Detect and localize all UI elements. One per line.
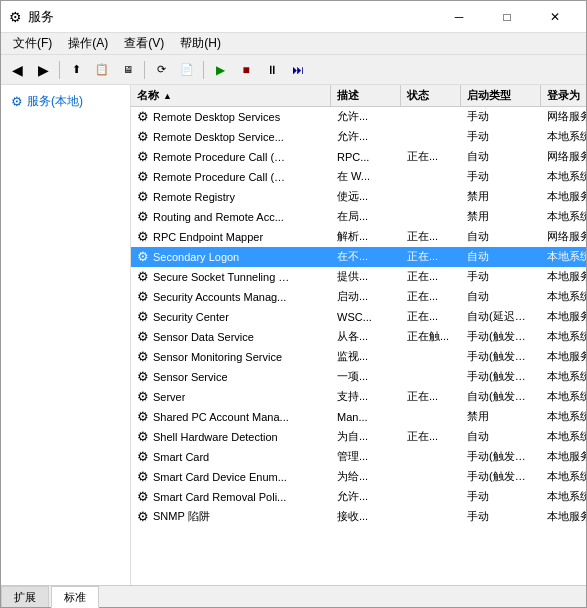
list-row[interactable]: ⚙Remote Desktop Services允许...手动网络服务 bbox=[131, 107, 586, 127]
service-startup-cell: 手动(触发… bbox=[461, 447, 541, 466]
show-hide-button[interactable]: 📋 bbox=[90, 58, 114, 82]
service-startup-cell: 自动 bbox=[461, 147, 541, 166]
list-row[interactable]: ⚙Server支持...正在...自动(触发…本地系统 bbox=[131, 387, 586, 407]
back-button[interactable]: ◀ bbox=[5, 58, 29, 82]
list-row[interactable]: ⚙Sensor Service一项...手动(触发…本地系统 bbox=[131, 367, 586, 387]
service-desc-cell: 监视... bbox=[331, 347, 401, 366]
service-list[interactable]: ⚙Remote Desktop Services允许...手动网络服务⚙Remo… bbox=[131, 107, 586, 585]
service-desc-cell: 一项... bbox=[331, 367, 401, 386]
list-row[interactable]: ⚙Remote Registry使远...禁用本地服务 bbox=[131, 187, 586, 207]
up-button[interactable]: ⬆ bbox=[64, 58, 88, 82]
service-logon-cell: 本地系统 bbox=[541, 207, 586, 226]
minimize-button[interactable]: ─ bbox=[436, 5, 482, 29]
menu-file[interactable]: 文件(F) bbox=[5, 35, 60, 52]
list-row[interactable]: ⚙Smart Card Device Enum...为给...手动(触发…本地系… bbox=[131, 467, 586, 487]
service-startup-cell: 禁用 bbox=[461, 207, 541, 226]
toolbar-separator-1 bbox=[59, 61, 60, 79]
service-status-cell bbox=[401, 187, 461, 206]
list-row[interactable]: ⚙Security CenterWSC...正在...自动(延迟…本地服务 bbox=[131, 307, 586, 327]
service-status-cell bbox=[401, 487, 461, 506]
service-startup-cell: 手动 bbox=[461, 167, 541, 186]
list-row[interactable]: ⚙Routing and Remote Acc...在局...禁用本地系统 bbox=[131, 207, 586, 227]
service-desc-cell: 接收... bbox=[331, 507, 401, 526]
service-status-cell: 正在... bbox=[401, 267, 461, 286]
service-name-cell: ⚙Security Accounts Manag... bbox=[131, 287, 331, 306]
list-row[interactable]: ⚙Sensor Data Service从各...正在触...手动(触发…本地系… bbox=[131, 327, 586, 347]
service-startup-cell: 自动(延迟… bbox=[461, 307, 541, 326]
menu-view[interactable]: 查看(V) bbox=[116, 35, 172, 52]
export-button[interactable]: 📄 bbox=[175, 58, 199, 82]
service-startup-cell: 手动(触发… bbox=[461, 467, 541, 486]
list-row[interactable]: ⚙Secure Socket Tunneling …提供...正在...手动本地… bbox=[131, 267, 586, 287]
restart-button[interactable]: ⏭ bbox=[286, 58, 310, 82]
service-startup-cell: 自动 bbox=[461, 287, 541, 306]
stop-button[interactable]: ■ bbox=[234, 58, 258, 82]
service-startup-cell: 手动 bbox=[461, 107, 541, 126]
list-row[interactable]: ⚙Remote Procedure Call (…在 W...手动本地系统 bbox=[131, 167, 586, 187]
service-status-cell: 正在... bbox=[401, 427, 461, 446]
service-desc-cell: WSC... bbox=[331, 307, 401, 326]
title-bar: ⚙ 服务 ─ □ ✕ bbox=[1, 1, 586, 33]
service-status-cell bbox=[401, 207, 461, 226]
title-bar-left: ⚙ 服务 bbox=[9, 8, 54, 26]
close-button[interactable]: ✕ bbox=[532, 5, 578, 29]
service-status-cell: 正在... bbox=[401, 307, 461, 326]
list-header: 名称 ▲ 描述 状态 启动类型 登录为 bbox=[131, 85, 586, 107]
col-status[interactable]: 状态 bbox=[401, 85, 461, 106]
service-name-cell: ⚙Secure Socket Tunneling … bbox=[131, 267, 331, 286]
list-row[interactable]: ⚙Remote Procedure Call (…RPC...正在...自动网络… bbox=[131, 147, 586, 167]
menu-help[interactable]: 帮助(H) bbox=[172, 35, 229, 52]
service-status-cell: 正在... bbox=[401, 147, 461, 166]
tab-extend[interactable]: 扩展 bbox=[1, 586, 49, 607]
list-row[interactable]: ⚙Remote Desktop Service...允许...手动本地系统 bbox=[131, 127, 586, 147]
list-row[interactable]: ⚙Shell Hardware Detection为自...正在...自动本地系… bbox=[131, 427, 586, 447]
service-logon-cell: 本地服务 bbox=[541, 267, 586, 286]
service-desc-cell: 使远... bbox=[331, 187, 401, 206]
properties-button[interactable]: 🖥 bbox=[116, 58, 140, 82]
service-icon: ⚙ bbox=[137, 449, 149, 464]
list-row[interactable]: ⚙SNMP 陷阱接收...手动本地服务 bbox=[131, 507, 586, 527]
service-startup-cell: 自动(触发… bbox=[461, 387, 541, 406]
menu-action[interactable]: 操作(A) bbox=[60, 35, 116, 52]
service-startup-cell: 自动 bbox=[461, 427, 541, 446]
service-logon-cell: 本地服务 bbox=[541, 447, 586, 466]
tab-standard[interactable]: 标准 bbox=[51, 586, 99, 608]
service-status-cell: 正在触... bbox=[401, 327, 461, 346]
col-desc[interactable]: 描述 bbox=[331, 85, 401, 106]
service-logon-cell: 本地系统 bbox=[541, 247, 586, 266]
forward-button[interactable]: ▶ bbox=[31, 58, 55, 82]
list-row[interactable]: ⚙Smart Card管理...手动(触发…本地服务 bbox=[131, 447, 586, 467]
service-status-cell bbox=[401, 447, 461, 466]
service-logon-cell: 本地系统 bbox=[541, 407, 586, 426]
service-startup-cell: 禁用 bbox=[461, 187, 541, 206]
service-desc-cell: 支持... bbox=[331, 387, 401, 406]
toolbar-separator-3 bbox=[203, 61, 204, 79]
maximize-button[interactable]: □ bbox=[484, 5, 530, 29]
sidebar-item-local[interactable]: ⚙ 服务(本地) bbox=[5, 89, 126, 114]
list-row[interactable]: ⚙Shared PC Account Mana...Man...禁用本地系统 bbox=[131, 407, 586, 427]
service-icon: ⚙ bbox=[137, 249, 149, 264]
col-logon[interactable]: 登录为 bbox=[541, 85, 586, 106]
service-icon: ⚙ bbox=[137, 169, 149, 184]
col-name[interactable]: 名称 ▲ bbox=[131, 85, 331, 106]
service-icon: ⚙ bbox=[137, 209, 149, 224]
refresh-button[interactable]: ⟳ bbox=[149, 58, 173, 82]
service-name-cell: ⚙SNMP 陷阱 bbox=[131, 507, 331, 526]
col-startup[interactable]: 启动类型 bbox=[461, 85, 541, 106]
service-startup-cell: 手动(触发… bbox=[461, 367, 541, 386]
service-desc-cell: 允许... bbox=[331, 127, 401, 146]
tab-bar: 扩展 标准 bbox=[1, 585, 586, 607]
service-startup-cell: 手动 bbox=[461, 487, 541, 506]
list-row[interactable]: ⚙RPC Endpoint Mapper解析...正在...自动网络服务 bbox=[131, 227, 586, 247]
list-row[interactable]: ⚙Smart Card Removal Poli...允许...手动本地系统 bbox=[131, 487, 586, 507]
start-button[interactable]: ▶ bbox=[208, 58, 232, 82]
service-icon: ⚙ bbox=[137, 369, 149, 384]
service-startup-cell: 禁用 bbox=[461, 407, 541, 426]
service-name-cell: ⚙Sensor Service bbox=[131, 367, 331, 386]
service-name-cell: ⚙Routing and Remote Acc... bbox=[131, 207, 331, 226]
list-row[interactable]: ⚙Sensor Monitoring Service监视...手动(触发…本地服… bbox=[131, 347, 586, 367]
list-row[interactable]: ⚙Secondary Logon在不...正在...自动本地系统 bbox=[131, 247, 586, 267]
list-row[interactable]: ⚙Security Accounts Manag...启动...正在...自动本… bbox=[131, 287, 586, 307]
pause-button[interactable]: ⏸ bbox=[260, 58, 284, 82]
service-name-cell: ⚙Remote Desktop Service... bbox=[131, 127, 331, 146]
